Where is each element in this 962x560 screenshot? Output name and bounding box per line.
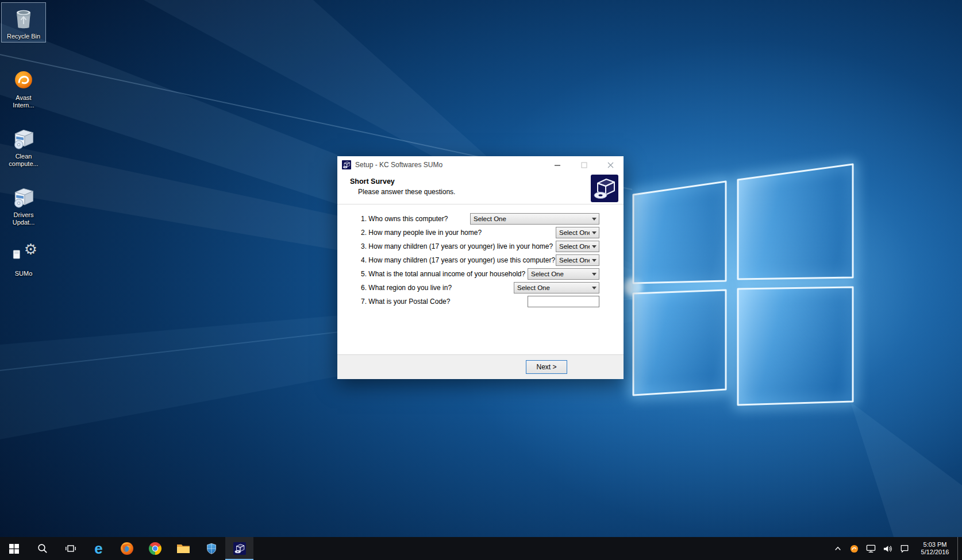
question-label: 4. How many children (17 years or younge… [361,256,555,264]
task-view-icon [66,544,76,553]
desktop-icon-sumo[interactable]: ⚙ SUMo [1,240,46,279]
chevron-down-icon [590,227,599,238]
taskbar-firefox-button[interactable] [113,537,141,560]
caption-buttons [544,156,624,173]
chevron-down-icon [590,283,599,293]
chrome-icon [148,542,162,555]
next-button[interactable]: Next > [526,360,567,374]
gear-glyph: ⚙ [24,242,37,257]
wizard-footer: Next > [337,354,624,379]
clock-time: 5:03 PM [923,541,947,549]
survey-form: 1. Who owns this computer? Select One 2.… [337,204,624,354]
desktop-icon-label: Recycle Bin [2,33,45,40]
system-tray: 5:03 PM 5/12/2016 [829,537,962,560]
taskbar-left: e [0,537,253,560]
desktop-icon-avast[interactable]: AvastIntern... [1,64,46,111]
chevron-down-icon [590,255,599,265]
window-titlebar[interactable]: Setup - KC Softwares SUMo [337,156,624,173]
task-view-button[interactable] [56,537,84,560]
question-row: 4. How many children (17 years or younge… [361,254,599,266]
tray-network-icon[interactable] [863,537,879,560]
people-count-select[interactable]: Select One [556,227,599,238]
chevron-down-icon [590,241,599,252]
setup-app-icon [233,542,246,555]
taskbar-chrome-button[interactable] [141,537,169,560]
close-icon [607,162,614,168]
taskbar-setup-button[interactable] [225,537,253,560]
taskbar-clock[interactable]: 5:03 PM 5/12/2016 [913,537,957,560]
recycle-bin-icon [10,4,37,32]
minimize-icon [555,162,561,168]
question-label: 1. Who owns this computer? [361,215,448,223]
desktop-icon-label: AvastIntern... [1,94,46,109]
taskbar-defender-button[interactable] [197,537,225,560]
avast-icon [10,65,37,93]
close-button[interactable] [597,156,624,173]
region-select[interactable]: Select One [514,282,599,293]
desktop-icon-recycle-bin[interactable]: Recycle Bin [1,2,46,43]
tray-avast-icon[interactable] [846,537,863,560]
taskbar-file-explorer-button[interactable] [169,537,197,560]
question-row: 5. What is the total annual income of yo… [361,268,599,280]
question-label: 7. What is your Postal Code? [361,298,450,306]
shield-icon [206,542,217,555]
search-icon [37,543,48,554]
desktop: Recycle Bin AvastIntern... [0,0,962,537]
maximize-button[interactable] [571,156,597,173]
children-use-select[interactable]: Select One [556,254,599,266]
desktop-icon-clean-computer[interactable]: Cleancompute... [1,123,46,169]
start-button[interactable] [0,537,28,560]
who-owns-select[interactable]: Select One [470,213,599,225]
tray-chevron-up-icon[interactable] [829,537,846,560]
setup-wizard-window: Setup - KC Softwares SUMo Short Survey [337,156,624,379]
desktop-icon-drivers-update[interactable]: DriversUpdat... [1,181,46,228]
desktop-icon-label: DriversUpdat... [1,211,46,226]
page-title: Short Survey [350,177,395,186]
question-row: 7. What is your Postal Code? [361,296,599,307]
taskbar: e [0,537,962,560]
taskbar-edge-button[interactable]: e [84,537,113,560]
desktop-icon-label: SUMo [1,270,46,277]
wizard-header: Short Survey Please answer these questio… [337,173,624,204]
page-subtitle: Please answer these questions. [358,188,455,196]
chevron-down-icon [590,269,599,279]
show-desktop-button[interactable] [957,537,962,560]
clock-date: 5/12/2016 [921,549,949,556]
question-row: 6. What region do you live in? Select On… [361,282,599,293]
minimize-button[interactable] [544,156,571,173]
question-row: 2. How many people live in your home? Se… [361,227,599,238]
installer-box-icon [10,124,37,152]
question-label: 3. How many children (17 years or younge… [361,242,553,250]
children-home-select[interactable]: Select One [556,241,599,252]
setup-header-icon [591,175,618,202]
search-button[interactable] [28,537,56,560]
windows-logo-icon [9,544,19,554]
window-title: Setup - KC Softwares SUMo [355,161,442,169]
folder-icon [176,543,190,554]
window-icon [342,160,351,169]
installer-box-icon [10,183,37,210]
question-label: 2. How many people live in your home? [361,229,482,237]
question-label: 5. What is the total annual income of yo… [361,270,525,278]
maximize-icon [581,162,587,168]
chevron-down-icon [590,214,599,224]
income-select[interactable]: Select One [528,268,599,280]
edge-icon: e [94,541,102,556]
firefox-icon [120,542,134,555]
tray-volume-icon[interactable] [879,537,896,560]
action-center-icon[interactable] [896,537,913,560]
gear-icon: ⚙ [10,241,37,269]
question-row: 3. How many children (17 years or younge… [361,241,599,252]
desktop-icon-label: Cleancompute... [1,153,46,168]
question-row: 1. Who owns this computer? Select One [361,213,599,225]
postal-code-input[interactable] [528,296,599,307]
question-label: 6. What region do you live in? [361,284,452,292]
